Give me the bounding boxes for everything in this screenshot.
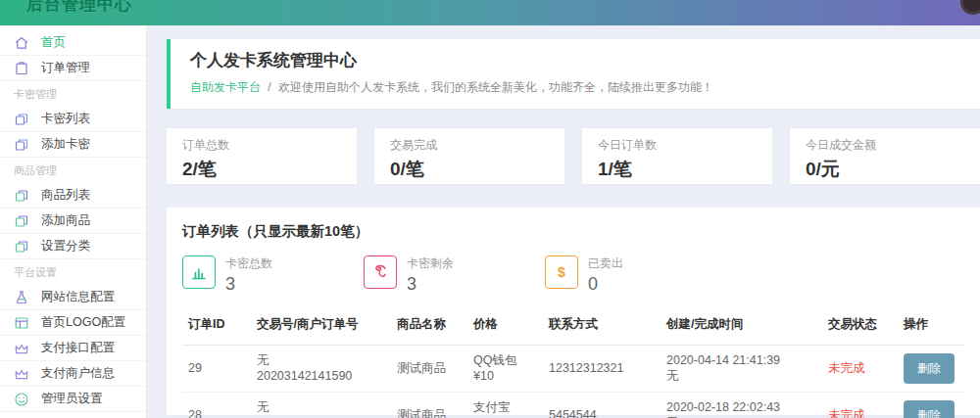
sidebar-section-label: 商品管理: [0, 158, 146, 183]
topbar: 后台管理中心: [0, 0, 980, 25]
table-cell: 删除: [898, 346, 964, 393]
table-cell: 删除: [898, 393, 964, 418]
sidebar-item[interactable]: 支付接口配置: [0, 336, 146, 361]
sidebar-item-label: 支付接口配置: [41, 340, 115, 356]
sidebar-item[interactable]: 管理员设置: [0, 387, 146, 412]
cell-line: 支付宝: [473, 400, 537, 416]
cell-line: 无: [257, 400, 385, 416]
sidebar-item[interactable]: 网站信息配置: [0, 285, 146, 310]
sidebar-item-label: 商品列表: [41, 187, 90, 204]
stat-value: 0/笔: [390, 157, 549, 182]
sidebar-item[interactable]: 首页LOGO配置: [0, 310, 146, 336]
table-row: 28无2020118222672测试商品支付宝¥1054545442020-02…: [182, 393, 964, 418]
stat-value: 2/笔: [182, 157, 341, 182]
mini-stat-label: 卡密总数: [225, 255, 272, 272]
cell-line: QQ钱包: [473, 353, 537, 369]
table-cell: 2020-02-18 22:02:43无: [661, 393, 822, 418]
delete-order-button[interactable]: 删除: [904, 400, 955, 418]
layout-icon: [14, 315, 29, 331]
crown-icon: [14, 341, 29, 356]
sidebar-item[interactable]: 订单管理: [0, 56, 146, 81]
mini-stat-text: 已卖出0: [588, 255, 623, 295]
stat-card: 今日成交金额0/元: [790, 128, 980, 184]
cell-line: 29: [188, 361, 245, 377]
cell-line: 28: [188, 408, 245, 418]
mini-stat: 卡密总数3: [182, 255, 364, 295]
sidebar-item-label: 订单管理: [41, 60, 90, 76]
sidebar-item[interactable]: 添加商品: [0, 209, 146, 234]
table-cell: 28: [182, 393, 251, 418]
sidebar-item-label: 管理员设置: [41, 391, 103, 407]
table-column-header: 商品名称: [391, 306, 467, 346]
table-column-header: 交易号/商户订单号: [251, 306, 391, 346]
rocket-icon: [364, 255, 397, 289]
cell-line: 12312312321: [549, 361, 655, 377]
stat-label: 订单总数: [182, 137, 341, 154]
orders-title: 订单列表（只显示最新10笔）: [182, 222, 964, 241]
sidebar-item-label: 添加卡密: [41, 136, 90, 153]
home-icon: [14, 35, 29, 51]
app-title: 后台管理中心: [26, 0, 132, 16]
clipboard-icon: [14, 61, 29, 76]
sidebar-item[interactable]: 支付商户信息: [0, 361, 146, 387]
cell-line: 测试商品: [397, 361, 462, 377]
mini-stat-value: 0: [588, 274, 623, 295]
stat-label: 今日订单数: [598, 137, 757, 154]
cell-line: 5454544: [549, 408, 655, 418]
sidebar-item[interactable]: 设置分类: [0, 234, 146, 259]
orders-table-body: 29无20203142141590测试商品QQ钱包¥10123123123212…: [182, 346, 964, 418]
platform-name: 自助发卡平台: [190, 80, 261, 94]
delete-order-button[interactable]: 删除: [904, 353, 955, 384]
table-column-header: 联系方式: [543, 306, 661, 346]
table-cell: 支付宝¥10: [467, 393, 543, 418]
stats-row: 订单总数2/笔交易完成0/笔今日订单数1/笔今日成交金额0/元: [167, 128, 980, 184]
table-cell: 测试商品: [391, 393, 467, 418]
flask-icon: [14, 290, 29, 305]
table-cell: 5454544: [543, 393, 661, 418]
table-column-header: 操作: [898, 306, 964, 346]
user-avatar[interactable]: [960, 0, 980, 15]
welcome-message: 欢迎使用自助个人发卡系统，我们的系统全新美化，功能齐全，陆续推出更多功能！: [278, 80, 713, 94]
mini-stat: $已卖出0: [545, 255, 726, 295]
table-cell: 12312312321: [543, 346, 661, 393]
main-content: 个人发卡系统管理中心 自助发卡平台 / 欢迎使用自助个人发卡系统，我们的系统全新…: [147, 25, 980, 418]
table-cell: 29: [182, 346, 251, 393]
sidebar-item-label: 首页LOGO配置: [41, 314, 125, 331]
mini-stat-value: 3: [225, 274, 272, 295]
stat-card: 交易完成0/笔: [374, 128, 564, 184]
mini-stat-label: 已卖出: [588, 255, 623, 272]
sidebar-item-label: 网站信息配置: [41, 289, 115, 305]
table-column-header: 创建/完成时间: [661, 306, 822, 346]
table-column-header: 交易状态: [822, 306, 898, 346]
layers-icon: [14, 239, 29, 255]
crown-icon: [14, 366, 29, 382]
order-status: 未完成: [828, 361, 865, 375]
sidebar-item-label: 卡密列表: [41, 111, 90, 127]
sidebar-item[interactable]: 添加卡密: [0, 132, 146, 158]
layers-icon: [14, 188, 29, 204]
mini-stat-value: 3: [407, 274, 454, 295]
table-cell: 未完成: [822, 393, 898, 418]
sidebar-item[interactable]: 商品列表: [0, 183, 146, 209]
subtitle-separator: /: [268, 80, 270, 94]
smiley-icon: [14, 392, 29, 407]
table-cell: 2020-04-14 21:41:39无: [661, 346, 822, 393]
cell-line: 20203142141590: [257, 369, 385, 385]
orders-card: 订单列表（只显示最新10笔） 卡密总数3卡密剩余3$已卖出0 订单ID交易号/商…: [167, 208, 980, 415]
mini-stat-text: 卡密剩余3: [407, 255, 454, 295]
cell-line: 测试商品: [397, 408, 462, 418]
sidebar-item-label: 首页: [41, 34, 66, 51]
sidebar-item[interactable]: 首页: [0, 30, 146, 56]
page-title: 个人发卡系统管理中心: [190, 49, 960, 71]
table-column-header: 订单ID: [182, 306, 251, 346]
sidebar-item-label: 设置分类: [41, 238, 90, 255]
sidebar-item[interactable]: 卡密列表: [0, 107, 146, 132]
sidebar-item-label: 添加商品: [41, 212, 90, 229]
table-column-header: 价格: [467, 306, 543, 346]
sidebar-item-label: 支付商户信息: [41, 365, 115, 382]
table-cell: 未完成: [822, 346, 898, 393]
stat-label: 今日成交金额: [806, 137, 964, 154]
svg-text:$: $: [558, 264, 565, 280]
sidebar-nav: 首页订单管理卡密管理卡密列表添加卡密商品管理商品列表添加商品设置分类平台设置网站…: [0, 30, 146, 412]
dollar-icon: $: [545, 255, 578, 289]
